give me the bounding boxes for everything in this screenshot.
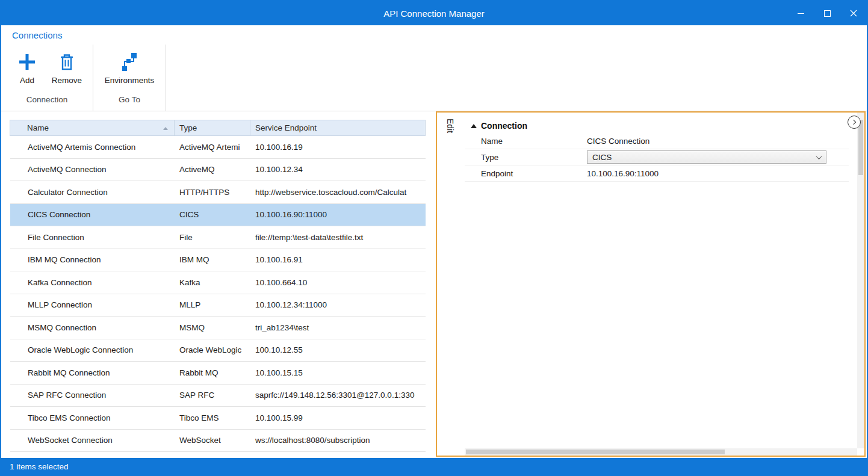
column-header-type[interactable]: Type [175, 120, 250, 135]
group-label-goto: Go To [93, 95, 166, 111]
connection-form: Connection Name CICS Connection Type CIC… [465, 119, 849, 182]
connection-group-buttons: Add Remove [1, 45, 93, 95]
cell-connection-type: Kafka [175, 278, 250, 287]
table-row[interactable]: File Connection File file://temp:\test-d… [10, 226, 426, 249]
cell-service-endpoint: 10.100.664.10 [250, 278, 426, 287]
table-header: Name Type Service Endpoint [10, 120, 426, 136]
group-expander-icon [471, 124, 477, 128]
endpoint-field-label: Endpoint [465, 169, 587, 178]
table-row[interactable]: ActiveMQ Connection ActiveMQ 10.100.12.3… [10, 159, 426, 182]
cell-service-endpoint: 10.100.15.99 [250, 413, 426, 422]
cell-connection-name: WebSocket Connection [10, 436, 175, 445]
close-button[interactable] [840, 1, 867, 25]
endpoint-field-value[interactable]: 10.100.16.90:11000 [587, 169, 849, 178]
edit-tab-strip: Edit [437, 113, 465, 456]
table-row[interactable]: Tibco EMS Connection Tibco EMS 10.100.15… [10, 407, 426, 430]
ribbon-content: Add Remove Con [1, 45, 867, 111]
environments-diagram-icon [119, 51, 140, 73]
main-area: Name Type Service Endpoint ActiveMQ Arte… [1, 111, 867, 458]
cell-connection-name: Calculator Connection [10, 188, 175, 197]
table-row[interactable]: WebSocket Connection WebSocket ws://loca… [10, 430, 426, 453]
table-row[interactable]: IBM MQ Connection IBM MQ 10.100.16.91 [10, 249, 426, 272]
type-dropdown-value: CICS [592, 153, 612, 162]
cell-connection-type: ActiveMQ Artemi [175, 143, 250, 152]
environments-button[interactable]: Environments [99, 48, 160, 85]
cell-service-endpoint: saprfc://149.148.12.56:3301@127.0.0.1:33… [250, 391, 426, 400]
form-row-endpoint: Endpoint 10.100.16.90:11000 [465, 165, 849, 182]
cell-connection-name: SAP RFC Connection [10, 391, 175, 400]
form-group-header[interactable]: Connection [465, 119, 849, 133]
table-row[interactable]: CICS Connection CICS 10.100.16.90:11000 [10, 204, 426, 227]
name-field-value[interactable]: CICS Connection [587, 137, 849, 146]
cell-connection-type: File [175, 233, 250, 242]
remove-button[interactable]: Remove [47, 48, 87, 85]
maximize-button[interactable] [814, 1, 840, 25]
type-dropdown[interactable]: CICS [587, 150, 826, 164]
chevron-down-icon [816, 153, 822, 159]
goto-group-buttons: Environments [93, 45, 166, 95]
sort-ascending-icon [163, 127, 168, 130]
table-row[interactable]: SAP RFC Connection SAP RFC saprfc://149.… [10, 385, 426, 407]
column-header-name-label: Name [27, 123, 49, 132]
cell-connection-name: Rabbit MQ Connection [10, 368, 175, 377]
cell-connection-type: Tibco EMS [175, 413, 250, 422]
column-header-type-label: Type [179, 123, 197, 132]
edit-panel-body: Connection Name CICS Connection Type CIC… [465, 113, 864, 456]
cell-connection-type: ActiveMQ [175, 165, 250, 174]
table-row[interactable]: Kafka Connection Kafka 10.100.664.10 [10, 271, 426, 294]
horizontal-scrollbar-thumb[interactable] [466, 450, 725, 454]
name-field-label: Name [465, 137, 587, 146]
panel-collapse-button[interactable] [848, 116, 861, 129]
cell-connection-type: IBM MQ [175, 255, 250, 264]
window-title: API Connection Manager [1, 8, 867, 19]
cell-connection-name: Kafka Connection [10, 278, 175, 287]
cell-service-endpoint: 100.10.12.55 [250, 345, 426, 354]
table-body: ActiveMQ Artemis Connection ActiveMQ Art… [10, 136, 426, 452]
connections-table: Name Type Service Endpoint ActiveMQ Arte… [10, 120, 426, 452]
cell-connection-type: SAP RFC [175, 391, 250, 400]
cell-connection-name: IBM MQ Connection [10, 255, 175, 264]
cell-service-endpoint: 10.100.12.34:11000 [250, 300, 426, 309]
cell-connection-name: Tibco EMS Connection [10, 413, 175, 422]
cell-connection-type: MLLP [175, 300, 250, 309]
ribbon: Connections Add [1, 25, 867, 111]
ribbon-group-connection: Add Remove Con [1, 45, 93, 111]
table-row[interactable]: ActiveMQ Artemis Connection ActiveMQ Art… [10, 136, 426, 159]
cell-service-endpoint: http://webservice.toscacloud.com/Calcula… [250, 188, 426, 197]
tab-edit[interactable]: Edit [445, 113, 455, 133]
column-header-endpoint-label: Service Endpoint [255, 123, 317, 132]
cell-connection-name: MSMQ Connection [10, 323, 175, 332]
group-label-connection: Connection [1, 95, 93, 111]
cell-service-endpoint: tri_ab1234\test [250, 323, 426, 332]
table-row[interactable]: Rabbit MQ Connection Rabbit MQ 10.100.15… [10, 362, 426, 385]
ribbon-tab-row: Connections [1, 25, 867, 45]
type-field-value-wrap: CICS [587, 150, 849, 164]
cell-connection-name: MLLP Connection [10, 300, 175, 309]
vertical-scrollbar[interactable] [857, 113, 864, 448]
add-plus-icon [16, 51, 38, 73]
add-button[interactable]: Add [7, 48, 47, 85]
status-bar: 1 items selected [1, 458, 867, 475]
table-row[interactable]: Calculator Connection HTTP/HTTPS http://… [10, 181, 426, 204]
column-header-name[interactable]: Name [10, 120, 175, 135]
maximize-icon [824, 10, 831, 17]
cell-connection-type: CICS [175, 210, 250, 219]
vertical-scrollbar-thumb[interactable] [858, 120, 863, 175]
cell-connection-name: CICS Connection [10, 210, 175, 219]
tab-connections[interactable]: Connections [12, 30, 62, 40]
cell-connection-name: ActiveMQ Connection [10, 165, 175, 174]
window-controls [787, 1, 867, 25]
cell-service-endpoint: 10.100.16.91 [250, 255, 426, 264]
edit-panel: Edit Connection Name CICS Connection [436, 111, 866, 457]
table-row[interactable]: MSMQ Connection MSMQ tri_ab1234\test [10, 317, 426, 339]
cell-connection-type: HTTP/HTTPS [175, 188, 250, 197]
ribbon-group-goto: Environments Go To [93, 45, 166, 111]
cell-connection-name: Oracle WebLogic Connection [10, 345, 175, 354]
horizontal-scrollbar[interactable] [465, 448, 857, 456]
remove-button-label: Remove [52, 76, 82, 85]
column-header-endpoint[interactable]: Service Endpoint [250, 120, 425, 135]
minimize-button[interactable] [787, 1, 814, 25]
table-row[interactable]: MLLP Connection MLLP 10.100.12.34:11000 [10, 294, 426, 317]
table-row[interactable]: Oracle WebLogic Connection Oracle WebLog… [10, 339, 426, 362]
status-text: 1 items selected [10, 462, 69, 471]
